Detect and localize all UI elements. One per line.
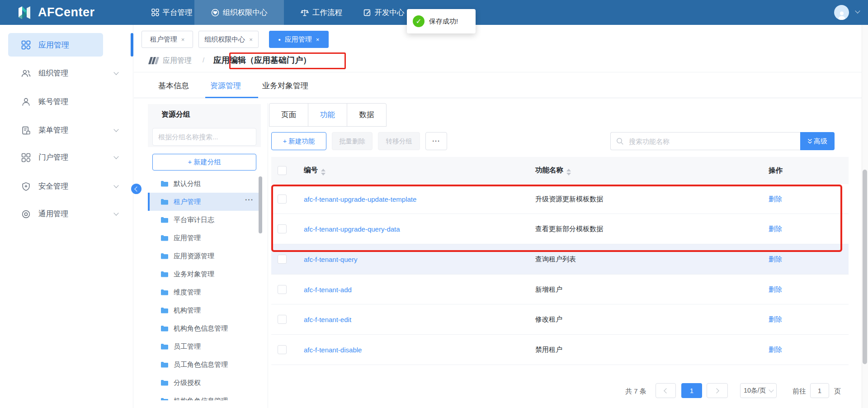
function-search-input[interactable] bbox=[610, 132, 800, 150]
nav-workflow[interactable]: 工作流程 bbox=[293, 0, 350, 25]
column-header-name[interactable]: 功能名称 bbox=[535, 166, 571, 176]
delete-link[interactable]: 删除 bbox=[769, 255, 782, 264]
chevron-down-icon bbox=[113, 210, 118, 215]
chevron-left-icon bbox=[664, 388, 669, 393]
workspace-tab-org-permission-center[interactable]: 组织权限中心 × bbox=[198, 31, 259, 48]
resource-group-list: 默认分组 租户管理 ··· 平台审计日志 应用管理 应用资源管理 业务对象管理 … bbox=[148, 175, 261, 400]
function-code-link[interactable]: afc-f-tenant-edit bbox=[304, 316, 351, 323]
row-checkbox[interactable] bbox=[278, 345, 287, 354]
row-checkbox[interactable] bbox=[278, 224, 287, 233]
page-size-select[interactable]: 10条/页 bbox=[740, 383, 777, 398]
folder-icon bbox=[160, 343, 168, 350]
delete-link[interactable]: 删除 bbox=[769, 346, 782, 354]
current-page-button[interactable]: 1 bbox=[681, 383, 702, 398]
nav-platform-management[interactable]: 平台管理 bbox=[149, 0, 194, 25]
sidebar-item-security-management[interactable]: 安全管理 bbox=[0, 177, 133, 195]
function-code-link[interactable]: afc-f-tenant-upgrade-query-data bbox=[304, 225, 400, 233]
sort-icon[interactable] bbox=[566, 169, 571, 176]
more-actions-button[interactable]: ··· bbox=[425, 132, 447, 150]
sidebar-item-account-management[interactable]: 账号管理 bbox=[0, 93, 133, 111]
group-item[interactable]: 默认分组 bbox=[148, 175, 261, 193]
double-chevron-down-icon bbox=[807, 138, 812, 144]
page-scrollbar-thumb[interactable] bbox=[863, 170, 867, 364]
breadcrumb-root[interactable]: 应用管理 bbox=[163, 56, 192, 66]
row-checkbox[interactable] bbox=[278, 285, 287, 294]
row-checkbox[interactable] bbox=[278, 255, 287, 264]
group-more-icon[interactable]: ··· bbox=[245, 196, 254, 204]
group-label: 业务对象管理 bbox=[174, 270, 214, 279]
chevron-down-icon[interactable] bbox=[855, 8, 860, 13]
folder-icon bbox=[160, 253, 168, 259]
workspace-tab-app-management[interactable]: • 应用管理 × bbox=[269, 31, 329, 48]
row-checkbox[interactable] bbox=[278, 195, 287, 204]
new-function-button[interactable]: + 新建功能 bbox=[271, 132, 326, 150]
group-item[interactable]: 应用管理 bbox=[148, 229, 261, 247]
folder-icon bbox=[160, 289, 168, 295]
nav-org-permission-center[interactable]: 组织权限中心 bbox=[194, 0, 284, 25]
group-label: 机构角色信息管理 bbox=[174, 324, 228, 333]
new-group-button[interactable]: + 新建分组 bbox=[152, 154, 256, 171]
group-item[interactable]: 应用资源管理 bbox=[148, 247, 261, 265]
tab-basic-info[interactable]: 基本信息 bbox=[158, 81, 189, 91]
function-code-link[interactable]: afc-f-tenant-disable bbox=[304, 346, 362, 354]
sort-icon[interactable] bbox=[321, 169, 326, 176]
group-item[interactable]: 分级授权 bbox=[148, 374, 261, 392]
group-item[interactable]: 员工角色信息管理 bbox=[148, 356, 261, 374]
panel-divider bbox=[268, 103, 268, 408]
tab-pages[interactable]: 页面 bbox=[269, 104, 308, 126]
group-item[interactable]: 维度管理 bbox=[148, 283, 261, 301]
avatar[interactable] bbox=[834, 5, 849, 20]
close-icon[interactable]: × bbox=[181, 36, 185, 43]
sidebar-item-portal-management[interactable]: 门户管理 bbox=[0, 148, 133, 166]
group-search-input[interactable] bbox=[152, 128, 256, 146]
chevron-right-icon bbox=[714, 388, 719, 393]
row-checkbox[interactable] bbox=[278, 315, 287, 324]
workspace-tab-tenant-management[interactable]: 租户管理 × bbox=[142, 31, 193, 48]
sidebar-item-org-management[interactable]: 组织管理 bbox=[0, 64, 133, 82]
sidebar-item-label: 菜单管理 bbox=[38, 125, 68, 135]
function-code-link[interactable]: afc-f-tenant-add bbox=[304, 285, 352, 293]
function-code-link[interactable]: afc-f-tenant-upgrade-update-template bbox=[304, 195, 416, 203]
target-circle-icon bbox=[21, 209, 31, 219]
transfer-group-button[interactable]: 转移分组 bbox=[378, 132, 420, 150]
prev-page-button[interactable] bbox=[656, 383, 676, 398]
group-item[interactable]: 员工管理 bbox=[148, 337, 261, 356]
group-list-scrollbar-thumb[interactable] bbox=[259, 176, 262, 233]
tab-business-object-management[interactable]: 业务对象管理 bbox=[262, 81, 308, 91]
folder-icon bbox=[160, 307, 168, 313]
group-item-clipped[interactable]: 机构角色信息管理 bbox=[148, 392, 261, 400]
delete-link[interactable]: 删除 bbox=[769, 195, 782, 203]
batch-delete-button[interactable]: 批量删除 bbox=[332, 132, 373, 150]
tab-functions[interactable]: 功能 bbox=[308, 104, 347, 126]
tab-resource-management[interactable]: 资源管理 bbox=[210, 81, 241, 91]
tab-data[interactable]: 数据 bbox=[347, 104, 386, 126]
sidebar-item-label: 通用管理 bbox=[38, 209, 68, 219]
select-all-checkbox[interactable] bbox=[278, 166, 287, 175]
resource-type-tabs: 页面 功能 数据 bbox=[269, 103, 387, 127]
sidebar-collapse-button[interactable] bbox=[131, 184, 142, 194]
close-icon[interactable]: × bbox=[249, 36, 253, 43]
nav-dev-center[interactable]: 开发中心 bbox=[359, 0, 409, 25]
portal-grid-icon bbox=[21, 153, 31, 162]
function-code-link[interactable]: afc-f-tenant-query bbox=[304, 256, 357, 263]
delete-link[interactable]: 删除 bbox=[769, 285, 782, 294]
delete-link[interactable]: 删除 bbox=[769, 225, 782, 233]
column-header-label: 功能名称 bbox=[535, 166, 563, 174]
sidebar-item-app-management[interactable]: 应用管理 bbox=[8, 33, 103, 57]
delete-link[interactable]: 删除 bbox=[769, 315, 782, 324]
breadcrumb-separator: / bbox=[203, 56, 204, 64]
group-item[interactable]: 机构角色信息管理 bbox=[148, 319, 261, 337]
group-item[interactable]: 机构管理 bbox=[148, 301, 261, 319]
sidebar-item-menu-management[interactable]: 菜单管理 bbox=[0, 121, 133, 139]
active-dot: • bbox=[278, 36, 281, 43]
advanced-search-button[interactable]: 高级 bbox=[800, 132, 835, 150]
next-page-button[interactable] bbox=[707, 383, 728, 398]
sidebar-item-general-management[interactable]: 通用管理 bbox=[0, 205, 133, 223]
column-header-label: 操作 bbox=[769, 166, 783, 174]
close-icon[interactable]: × bbox=[316, 36, 320, 43]
column-header-code[interactable]: 编号 bbox=[304, 166, 326, 176]
goto-page-input[interactable] bbox=[810, 383, 829, 398]
group-item-selected[interactable]: 租户管理 ··· bbox=[148, 193, 261, 211]
group-item[interactable]: 业务对象管理 bbox=[148, 265, 261, 283]
group-item[interactable]: 平台审计日志 bbox=[148, 211, 261, 229]
